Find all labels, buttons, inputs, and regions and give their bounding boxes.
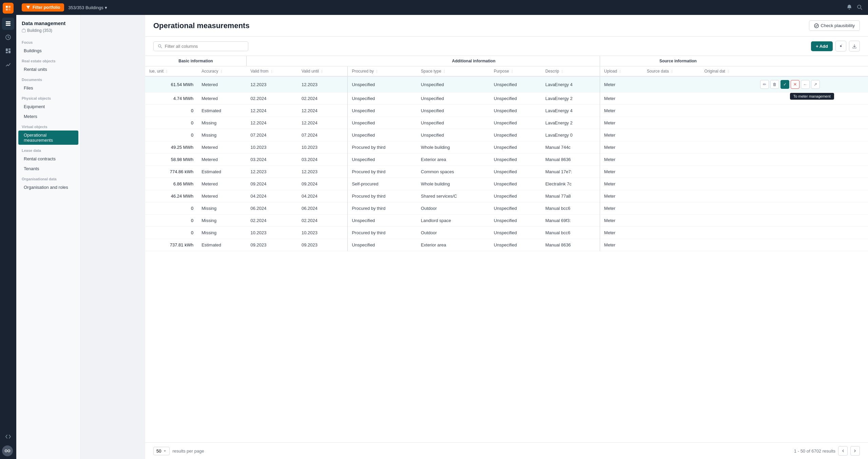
cell-procured-by: Unspecified	[348, 93, 417, 105]
cell-description: Manual bcc6	[541, 202, 600, 215]
delete-button[interactable]: 🗑	[770, 80, 779, 89]
sidebar-item-data-management[interactable]	[2, 18, 14, 30]
cell-value: 58.98 MWh	[145, 154, 197, 166]
svg-rect-0	[6, 6, 8, 8]
page-title: Operational measurements	[153, 21, 250, 30]
tooltip: To meter management	[790, 93, 834, 100]
cell-valid-from: 06.2024	[246, 202, 297, 215]
cell-accuracy: Estimated	[197, 105, 246, 117]
cell-procured-by: Unspecified	[348, 215, 417, 227]
cell-procured-by: Procured by third	[348, 166, 417, 178]
table-toolbar: + Add	[145, 37, 868, 56]
buildings-selector[interactable]: 353/353 Buildings ▾	[68, 5, 107, 10]
cell-procured-by: Procured by third	[348, 227, 417, 239]
cell-valid-until: 12.2024	[297, 105, 348, 117]
top-bar-right	[846, 4, 863, 11]
cell-valid-until: 09.2024	[297, 178, 348, 190]
add-button[interactable]: + Add	[811, 41, 833, 51]
cell-valid-from: 04.2024	[246, 190, 297, 202]
cell-value: 0	[145, 129, 197, 141]
notifications-icon[interactable]	[846, 4, 852, 11]
sidebar-item-nav3[interactable]	[2, 45, 14, 57]
cell-accuracy: Metered	[197, 190, 246, 202]
col-source-data: Source data ⋮	[643, 66, 700, 77]
cell-procured-by: Unspecified	[348, 117, 417, 129]
app-logo[interactable]	[3, 3, 14, 14]
cell-valid-from: 02.2024	[246, 215, 297, 227]
search-icon[interactable]	[856, 4, 863, 11]
cell-actions	[756, 154, 868, 166]
settings-button[interactable]	[835, 41, 846, 52]
cell-source-data	[643, 239, 700, 251]
cell-original-data	[700, 190, 756, 202]
back-button[interactable]: ←	[801, 80, 810, 89]
cell-procured-by: Self-procured	[348, 178, 417, 190]
cell-valid-from: 12.2023	[246, 166, 297, 178]
prev-page-button[interactable]	[838, 446, 848, 456]
sidebar-item-files[interactable]: Files	[18, 83, 78, 93]
cell-description: Manual 17e7:	[541, 166, 600, 178]
sidebar-item-meters[interactable]: Meters	[18, 112, 78, 121]
cancel-button[interactable]: ✕	[791, 80, 799, 89]
cell-accuracy: Estimated	[197, 166, 246, 178]
svg-rect-10	[6, 52, 8, 53]
cell-purpose: Unspecified	[490, 76, 541, 93]
cell-upload: Meter	[600, 93, 643, 105]
cell-space-type: Exterior area	[417, 154, 490, 166]
sidebar-item-collapse[interactable]	[2, 431, 14, 443]
col-actions	[756, 66, 868, 77]
cell-original-data	[700, 227, 756, 239]
sidebar-item-nav2[interactable]	[2, 31, 14, 43]
cell-upload: Meter	[600, 129, 643, 141]
sidebar-item-operational-measurements[interactable]: Operational measurements	[18, 131, 78, 145]
link-button[interactable]: ↗	[811, 80, 820, 89]
table-row: 0 Missing 10.2023 10.2023 Procured by th…	[145, 227, 868, 239]
svg-rect-4	[6, 21, 11, 22]
cell-value: 6.86 MWh	[145, 178, 197, 190]
sidebar-item-organisation-roles[interactable]: Organisation and roles	[18, 183, 78, 192]
cell-accuracy: Estimated	[197, 239, 246, 251]
cell-source-data	[643, 215, 700, 227]
cell-source-data	[643, 190, 700, 202]
search-box[interactable]	[153, 41, 248, 51]
next-page-button[interactable]	[850, 446, 860, 456]
cell-space-type: Outdoor	[417, 202, 490, 215]
chevron-down-icon	[163, 449, 167, 453]
page-header: Operational measurements Check plausibil…	[145, 15, 868, 37]
cell-valid-from: 02.2024	[246, 93, 297, 105]
cell-procured-by: Unspecified	[348, 76, 417, 93]
cell-value: 0	[145, 227, 197, 239]
cell-value: 0	[145, 215, 197, 227]
table-row: 0 Missing 07.2024 07.2024 Unspecified Un…	[145, 129, 868, 141]
col-group-source: Source information	[600, 56, 756, 66]
cell-source-data	[643, 202, 700, 215]
download-button[interactable]	[849, 41, 860, 52]
col-group-actions	[756, 56, 868, 66]
user-avatar[interactable]: OO	[2, 445, 13, 456]
check-plausibility-button[interactable]: Check plausibility	[809, 20, 860, 31]
search-input[interactable]	[165, 44, 244, 49]
col-group-basic: Basic information	[145, 56, 246, 66]
sidebar-item-nav4[interactable]	[2, 58, 14, 71]
section-focus: Focus	[16, 37, 80, 46]
sidebar-item-rental-units[interactable]: Rental units	[18, 65, 78, 74]
section-physical-objects: Physical objects	[16, 93, 80, 102]
cell-purpose: Unspecified	[490, 239, 541, 251]
cell-actions: ✏ 🗑 ✓ ✕ ← ↗ To meter management	[756, 76, 868, 93]
cell-actions	[756, 166, 868, 178]
cell-valid-until: 12.2023	[297, 166, 348, 178]
sidebar-item-buildings[interactable]: Buildings	[18, 46, 78, 55]
edit-button[interactable]: ✏	[760, 80, 769, 89]
sidebar-item-tenants[interactable]: Tenants	[18, 164, 78, 173]
cell-upload: Meter	[600, 190, 643, 202]
cell-purpose: Unspecified	[490, 202, 541, 215]
sidebar-item-equipment[interactable]: Equipment	[18, 102, 78, 111]
per-page-select[interactable]: 50	[153, 447, 170, 455]
filter-portfolio-button[interactable]: Filter portfolio	[22, 3, 64, 12]
cell-source-data	[643, 154, 700, 166]
sidebar-item-rental-contracts[interactable]: Rental contracts	[18, 154, 78, 163]
svg-rect-5	[6, 23, 11, 24]
confirm-button[interactable]: ✓	[780, 80, 789, 89]
cell-space-type: Whole building	[417, 178, 490, 190]
cell-purpose: Unspecified	[490, 190, 541, 202]
